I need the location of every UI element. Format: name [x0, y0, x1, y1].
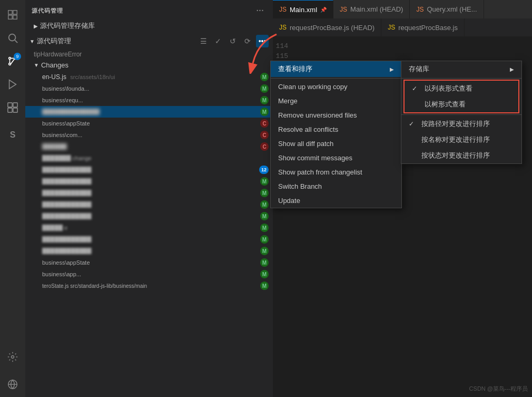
- scm-title: ▼ 源代码管理: [29, 36, 71, 46]
- file-badge: M: [260, 96, 269, 104]
- submenu-separator-1: [401, 78, 521, 79]
- svg-point-6: [9, 57, 11, 60]
- menu-item-show-patch[interactable]: Show patch from changelist: [271, 165, 401, 179]
- scm-sync-btn[interactable]: ⟳: [241, 35, 254, 47]
- js-icon: JS: [388, 24, 395, 31]
- file-badge: M: [260, 189, 269, 197]
- file-item-founda[interactable]: business\founda... M: [25, 83, 273, 94]
- scm-icon[interactable]: 9: [2, 51, 23, 72]
- browser-icon[interactable]: [2, 374, 23, 395]
- file-item-m3[interactable]: ████████████ M: [25, 199, 273, 210]
- file-item-e[interactable]: █████ e M: [25, 222, 273, 234]
- file-badge: M: [260, 247, 269, 255]
- file-badge: 12: [259, 166, 269, 174]
- file-badge: M: [260, 108, 269, 116]
- menu-item-switch-branch[interactable]: Switch Branch: [271, 179, 401, 193]
- file-item-m4[interactable]: ████████████ M: [25, 210, 273, 222]
- tabs-bar-first: JS Main.xml 📌 JS Main.xml (HEAD) JS Quer…: [273, 0, 532, 18]
- scm-refresh-btn[interactable]: ↺: [226, 35, 239, 47]
- submenu-item-sort-path[interactable]: ✓ 按路径对更改进行排序: [401, 116, 521, 132]
- submenu-arrow: ▶: [390, 66, 394, 72]
- file-item-appstate-c[interactable]: business\appState C: [25, 118, 273, 129]
- scm-section: ▼ 源代码管理 ☰ ✓ ↺ ⟳ •••: [25, 33, 273, 50]
- svn-icon[interactable]: S: [2, 124, 23, 146]
- changes-header[interactable]: ▼ Changes: [25, 59, 273, 71]
- file-item-m1[interactable]: ████████████ M: [25, 176, 273, 187]
- menu-item-cleanup[interactable]: Clean up working copy: [271, 80, 401, 94]
- file-badge: M: [260, 224, 269, 232]
- pin-icon: 📌: [320, 7, 327, 13]
- run-icon[interactable]: [2, 74, 23, 95]
- submenu-divider: [401, 114, 521, 115]
- repo-submenu-arrow: ▶: [510, 66, 514, 72]
- file-item-appstate-m[interactable]: business\appState M: [25, 257, 273, 268]
- file-badge: C: [260, 119, 269, 128]
- file-item-change[interactable]: ███████ change: [25, 152, 273, 164]
- file-item-requ[interactable]: business\requ... M: [25, 94, 273, 106]
- submenu: 存储库 ▶ ✓ 以列表形式查看 ✓ 以树形式查看 ✓ 按路径对更改进行排序 ✓ …: [401, 61, 522, 164]
- explorer-icon[interactable]: [2, 4, 23, 25]
- tab-request-base[interactable]: JS requestProcBase.js: [381, 18, 465, 36]
- svg-point-7: [9, 63, 11, 65]
- scm-more-btn[interactable]: •••: [256, 35, 269, 47]
- file-item-12[interactable]: ████████████ 12: [25, 164, 273, 176]
- menu-item-show-commit[interactable]: Show commit messages: [271, 151, 401, 165]
- tab-query-xml[interactable]: JS Query.xml (HE...: [410, 0, 484, 18]
- file-item-m6[interactable]: ████████████ M: [25, 245, 273, 257]
- search-icon[interactable]: [2, 27, 23, 49]
- file-item-m5[interactable]: ████████████ M: [25, 234, 273, 245]
- scm-badge: 9: [14, 53, 21, 60]
- svg-point-4: [9, 34, 16, 41]
- scm-list-btn[interactable]: ☰: [197, 35, 210, 47]
- more-actions-btn[interactable]: ···: [254, 4, 267, 17]
- file-item-selected[interactable]: ██████████████ M: [25, 106, 273, 118]
- sidebar: 源代码管理 ··· ▶ 源代码管理存储库 ▼ 源代码管理 ☰ ✓ ↺ ⟳ •••…: [25, 0, 273, 397]
- file-item-m2[interactable]: ████████████ M: [25, 187, 273, 199]
- svg-rect-1: [13, 11, 17, 14]
- check-icon: ✓: [412, 85, 420, 92]
- svg-point-17: [12, 356, 14, 359]
- menu-item-view-sort[interactable]: 查看和排序 ▶: [271, 61, 401, 77]
- menu-separator: [271, 78, 401, 79]
- svg-line-5: [15, 40, 17, 43]
- activity-bar: 9 S: [0, 0, 25, 397]
- file-item-com[interactable]: business\com... C: [25, 129, 273, 141]
- file-item-en-us[interactable]: en-US.js src/assets/i18n/ui M: [25, 71, 273, 83]
- file-badge: M: [260, 235, 269, 244]
- submenu-repo-header[interactable]: 存储库 ▶: [401, 61, 521, 77]
- svg-rect-0: [8, 11, 12, 14]
- file-item-app[interactable]: business\app... M: [25, 268, 273, 280]
- tab-main-xml[interactable]: JS Main.xml 📌: [273, 0, 333, 18]
- submenu-item-sort-name[interactable]: ✓ 按名称对更改进行排序: [401, 132, 521, 148]
- svg-rect-2: [8, 15, 12, 19]
- menu-item-update[interactable]: Update: [271, 193, 401, 208]
- menu-item-resolve-conflicts[interactable]: Resolve all conflicts: [271, 122, 401, 137]
- svg-rect-15: [8, 108, 12, 112]
- xml-icon: JS: [416, 6, 423, 13]
- settings-icon[interactable]: [2, 346, 23, 367]
- branch-label: tipHardwareError: [25, 50, 273, 59]
- submenu-item-tree-view[interactable]: ✓ 以树形式查看: [405, 96, 518, 112]
- file-item-blurred1[interactable]: ██████ C: [25, 141, 273, 152]
- tab-request-head[interactable]: JS requestProcBase.js (HEAD): [273, 18, 381, 36]
- repo-section-header[interactable]: ▶ 源代码管理存储库: [25, 19, 273, 33]
- tab-main-xml-head[interactable]: JS Main.xml (HEAD): [333, 0, 410, 18]
- menu-item-merge[interactable]: Merge: [271, 94, 401, 108]
- scm-check-btn[interactable]: ✓: [212, 35, 224, 47]
- svg-marker-12: [9, 80, 16, 89]
- menu-item-show-diff[interactable]: Show all diff patch: [271, 137, 401, 151]
- menu-item-remove-unversioned[interactable]: Remove unversioned files: [271, 108, 401, 122]
- file-badge: M: [260, 212, 269, 220]
- file-badge: M: [260, 258, 269, 267]
- check-icon-path: ✓: [409, 120, 417, 128]
- file-badge: C: [260, 131, 269, 139]
- xml-icon: JS: [340, 6, 347, 13]
- svg-rect-3: [13, 15, 17, 19]
- extensions-icon[interactable]: [2, 97, 23, 118]
- file-item-terostate[interactable]: teroState.js src/standard-js-lib/busines…: [25, 280, 273, 292]
- sidebar-top-header: 源代码管理 ···: [25, 0, 273, 19]
- submenu-item-list-view[interactable]: ✓ 以列表形式查看: [405, 81, 518, 96]
- submenu-item-sort-status[interactable]: ✓ 按状态对更改进行排序: [401, 148, 521, 163]
- file-badge: M: [260, 84, 269, 93]
- js-icon: JS: [279, 24, 287, 31]
